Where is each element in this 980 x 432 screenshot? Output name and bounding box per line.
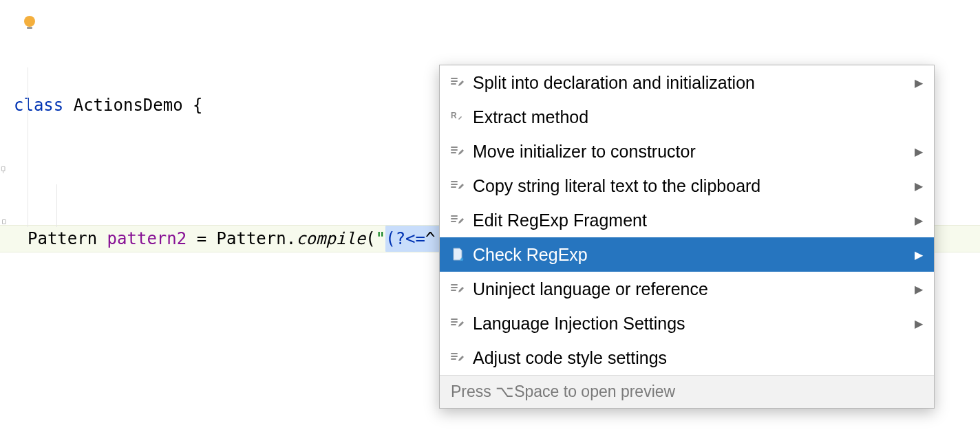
menu-item-move-initializer[interactable]: Move initializer to constructor ▶ (440, 134, 934, 169)
chevron-right-icon: ▶ (910, 317, 923, 330)
menu-item-split-declaration[interactable]: Split into declaration and initializatio… (440, 65, 934, 100)
class-decl: ActionsDemo { (63, 92, 202, 118)
svg-rect-1 (27, 27, 32, 29)
menu-item-label: Split into declaration and initializatio… (473, 73, 910, 93)
paren-open: ( (365, 226, 375, 252)
pencil-icon (449, 177, 473, 194)
menu-item-label: Move initializer to constructor (473, 142, 910, 162)
type-name: Pattern (28, 226, 107, 252)
menu-item-check-regexp[interactable]: Check RegExp ▶ (440, 237, 934, 272)
chevron-right-icon: ▶ (910, 248, 923, 261)
menu-item-uninject[interactable]: Uninject language or reference ▶ (440, 272, 934, 306)
assign: = Pattern. (187, 226, 296, 252)
pencil-icon (449, 143, 473, 160)
file-star-icon (449, 246, 473, 263)
chevron-right-icon: ▶ (910, 214, 923, 227)
chevron-right-icon: ▶ (910, 76, 923, 89)
menu-item-injection-settings[interactable]: Language Injection Settings ▶ (440, 306, 934, 341)
menu-item-label: Copy string literal text to the clipboar… (473, 176, 910, 196)
menu-item-edit-regexp[interactable]: Edit RegExp Fragment ▶ (440, 203, 934, 237)
intention-bulb-icon[interactable] (21, 14, 39, 32)
chevron-right-icon: ▶ (910, 283, 923, 296)
method-compile: compile (296, 226, 365, 252)
pencil-icon (449, 349, 473, 366)
menu-item-label: Adjust code style settings (473, 348, 910, 368)
pencil-icon (449, 212, 473, 228)
pencil-icon (449, 281, 473, 297)
svg-text:R: R (451, 111, 457, 120)
menu-item-label: Edit RegExp Fragment (473, 210, 910, 230)
menu-item-label: Extract method (473, 107, 910, 127)
keyword-class: class (14, 92, 63, 118)
regex-group-open: (?<= (385, 229, 425, 248)
chevron-right-icon: ▶ (910, 145, 923, 158)
indent-guide (28, 67, 28, 227)
regex-caret: ^ (425, 229, 435, 248)
svg-point-0 (24, 16, 35, 27)
menu-item-label: Uninject language or reference (473, 279, 910, 299)
refactor-icon: R (449, 109, 473, 125)
var-name: pattern2 (107, 226, 187, 252)
indent-guide (56, 184, 57, 227)
pencil-icon (449, 74, 473, 91)
menu-item-label: Check RegExp (473, 245, 910, 265)
string-quote: " (376, 226, 385, 252)
popup-footer-hint: Press ⌥Space to open preview (440, 375, 934, 408)
pencil-icon (449, 315, 473, 332)
chevron-right-icon: ▶ (910, 180, 923, 193)
menu-item-label: Language Injection Settings (473, 314, 910, 334)
menu-item-code-style[interactable]: Adjust code style settings (440, 341, 934, 375)
intention-actions-popup: Split into declaration and initializatio… (439, 65, 935, 409)
menu-item-copy-string[interactable]: Copy string literal text to the clipboar… (440, 169, 934, 203)
menu-item-extract-method[interactable]: R Extract method (440, 100, 934, 134)
